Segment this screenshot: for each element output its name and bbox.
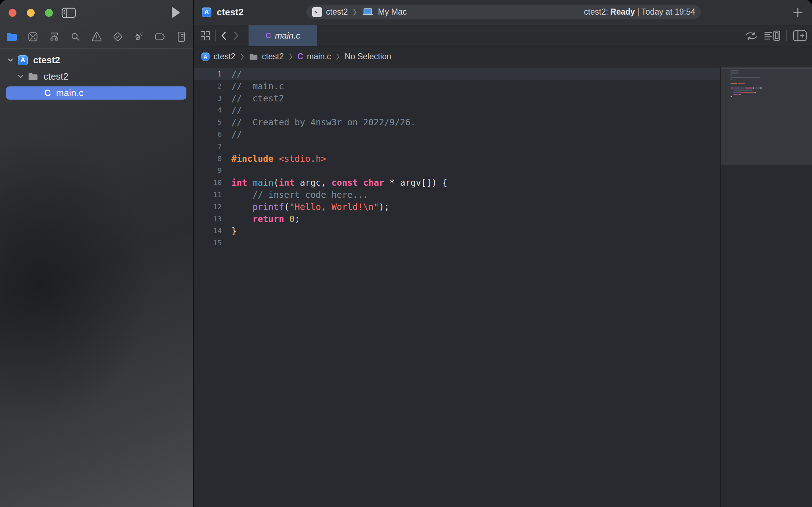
related-items-button[interactable] [744,31,758,41]
line-number[interactable]: 11 [194,189,222,201]
zoom-button[interactable] [45,9,53,17]
minimap-bar [733,94,738,95]
tree-item-label: main.c [56,87,84,99]
disclosure-chevron[interactable] [17,75,24,79]
c-file-icon: C [44,88,51,98]
code-line: // Created by 4nsw3r on 2022/9/26. [231,116,447,129]
line-number[interactable]: 8 [194,153,222,165]
editor-grid-icon[interactable] [200,31,210,41]
source-control-navigator[interactable] [23,28,42,46]
code-line: // [231,68,447,80]
minimap-bar [731,72,738,74]
line-number-gutter[interactable]: 123456789101112131415 [194,68,222,249]
minimize-button[interactable] [27,9,35,17]
play-icon [170,7,180,18]
find-navigator[interactable] [66,28,85,46]
minimap-document-area [721,67,812,165]
toggle-sidebar-button[interactable] [61,7,76,18]
minimap-bar [731,87,733,89]
symbol-navigator[interactable] [45,28,64,46]
forward-button[interactable] [233,31,240,40]
chevron-right-icon [233,31,240,40]
disclosure-chevron[interactable] [7,58,14,62]
plus-icon [792,7,803,18]
line-number[interactable]: 4 [194,104,222,116]
code-editor[interactable]: 123456789101112131415 //// main.c// ctes… [194,67,812,507]
project-icon: A [201,52,210,61]
add-editor-button[interactable] [793,30,807,41]
debug-navigator[interactable] [129,28,149,46]
minimap-bar [731,70,738,71]
jumpbar-label: ctest2 [262,52,284,61]
line-number[interactable]: 9 [194,165,222,177]
project-navigator[interactable] [2,28,21,46]
project-app-icon: A [202,7,211,17]
test-navigator[interactable] [108,28,127,46]
back-button[interactable] [220,31,227,40]
xcode-window: Actest2ctest2Cmain.c A ctest2 >_ ctest2 [0,0,812,507]
folder-icon [249,53,258,60]
jumpbar-segment-ctest2[interactable]: Actest2 [201,52,235,61]
status-time: | Today at 19:54 [637,7,695,17]
destination-name[interactable]: My Mac [378,7,407,17]
code-line: // ctest2 [231,92,447,105]
spray-bottle-icon [133,31,145,42]
line-number[interactable]: 1 [194,68,222,80]
tree-row-ctest2[interactable]: Actest2 [0,54,193,67]
editor-controls [744,25,807,46]
close-button[interactable] [9,9,16,17]
line-number[interactable]: 3 [194,92,222,105]
code-line [231,165,447,177]
editor-options-button[interactable] [764,30,781,42]
code-line: // [231,129,447,141]
issue-navigator[interactable] [87,28,106,46]
chevron-left-icon [220,31,227,40]
status-target: ctest2: [584,7,608,17]
line-number[interactable]: 2 [194,80,222,92]
line-number[interactable]: 14 [194,225,222,237]
minimap-bar [731,77,760,78]
jumpbar-segment-ctest2[interactable]: ctest2 [249,52,284,61]
scheme-name[interactable]: ctest2 [326,7,348,17]
build-status[interactable]: ctest2: Ready | Today at 19:54 [584,7,695,17]
minimap-bar [755,92,756,93]
tree-row-ctest2[interactable]: ctest2 [0,70,193,83]
code-line [231,237,447,249]
c-file-icon: C [297,52,304,61]
tree-row-main-c[interactable]: Cmain.c [6,86,186,100]
c-file-icon: C [265,31,271,40]
workspace-main: A ctest2 >_ ctest2 My Mac ctest2: [194,0,812,507]
minimap[interactable] [721,67,812,507]
jumpbar-segment-no-selection[interactable]: No Selection [345,52,391,61]
line-number[interactable]: 5 [194,116,222,129]
tab-label: main.c [275,31,300,41]
library-add-button[interactable] [792,7,803,18]
code-line: } [231,225,447,237]
sidebar-icon [61,7,76,18]
tab-main-c[interactable]: C main.c [249,25,317,46]
minimap-bar [738,83,745,84]
line-number[interactable]: 12 [194,201,222,213]
report-navigator[interactable] [172,28,191,46]
jumpbar-segment-main-c[interactable]: Cmain.c [297,52,331,61]
code-line: // main.c [231,80,447,92]
line-number[interactable]: 6 [194,129,222,141]
jumpbar-label: ctest2 [214,52,235,61]
line-number[interactable]: 7 [194,141,222,153]
executable-icon: >_ [312,7,322,17]
run-button[interactable] [170,7,180,18]
minimap-bar [760,87,762,89]
project-navigator-tree: Actest2ctest2Cmain.c [0,54,193,103]
code-line: return 0; [231,213,447,225]
line-number[interactable]: 15 [194,237,222,249]
jump-bar: Actest2ctest2Cmain.cNo Selection [194,46,812,67]
breakpoint-navigator[interactable] [151,28,170,46]
chevron-right-icon [289,53,293,61]
activity-view[interactable]: >_ ctest2 My Mac ctest2: Ready | Toda [306,5,701,19]
window-title: ctest2 [217,7,244,18]
minimap-bar [731,75,732,76]
line-number[interactable]: 13 [194,213,222,225]
vault-icon [27,31,38,42]
line-number[interactable]: 10 [194,177,222,189]
jumpbar-label: main.c [307,52,331,61]
